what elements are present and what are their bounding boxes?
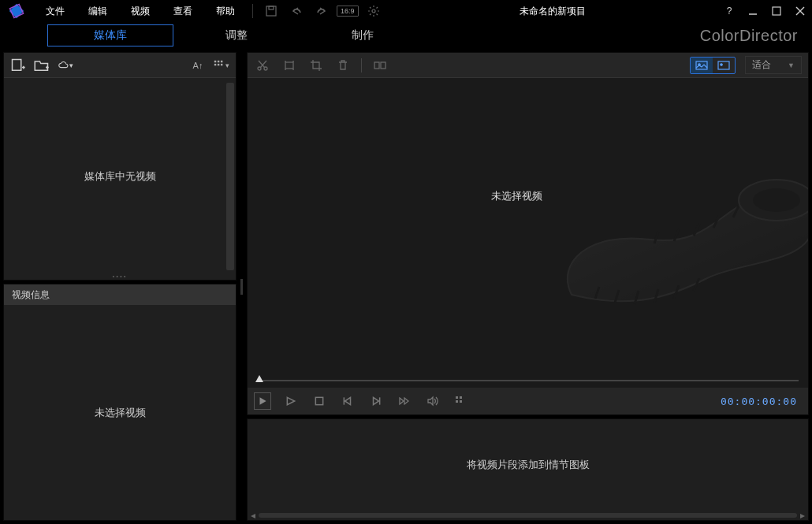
fast-forward-button[interactable] (396, 392, 413, 410)
close-button[interactable] (793, 4, 807, 18)
svg-marker-43 (345, 397, 351, 404)
snapshot-button[interactable] (453, 392, 470, 410)
preview-empty-text: 未选择视频 (491, 189, 542, 203)
panel-resize-handle[interactable]: •••• (4, 275, 236, 280)
preview-panel: 适合 ▼ 未选择视频 (247, 52, 809, 415)
storyboard-panel: 将视频片段添加到情节图板 ◂ ▸ (247, 418, 809, 521)
svg-rect-14 (218, 64, 219, 65)
play-clip-button[interactable] (282, 392, 300, 410)
seek-bar[interactable] (248, 373, 808, 388)
media-toolbar: ▾ A↑ ▾ (4, 53, 236, 78)
seek-track (257, 380, 799, 381)
stop-button[interactable] (311, 392, 328, 410)
video-info-empty-text: 未选择视频 (95, 406, 146, 420)
delete-icon[interactable] (334, 57, 352, 74)
import-cloud-icon[interactable]: ▾ (58, 58, 73, 73)
maximize-button[interactable] (769, 4, 784, 18)
video-info-panel: 视频信息 未选择视频 (3, 284, 237, 521)
scrollbar-vertical[interactable] (226, 83, 234, 270)
filmstrip-graphic-icon (540, 153, 808, 326)
svg-rect-2 (266, 6, 276, 16)
svg-rect-52 (460, 400, 462, 403)
svg-rect-49 (456, 396, 458, 399)
svg-point-24 (721, 63, 722, 65)
preview-viewport: 未选择视频 (248, 78, 808, 373)
svg-marker-45 (374, 397, 379, 404)
app-window: 文件 编辑 视频 查看 帮助 16:9 未命名的新项目 ? 媒体库 调整 制作 … (0, 0, 812, 524)
crop-icon[interactable] (307, 57, 325, 74)
media-library-body: 媒体库中无视频 (4, 78, 236, 275)
menu-file[interactable]: 文件 (36, 2, 74, 20)
video-info-header: 视频信息 (4, 284, 236, 305)
svg-rect-42 (315, 397, 322, 404)
storyboard-scrollbar[interactable]: ◂ ▸ (248, 511, 808, 520)
svg-marker-41 (287, 397, 294, 404)
cut-icon[interactable] (254, 57, 271, 74)
trim-icon[interactable] (281, 57, 298, 74)
svg-point-39 (753, 188, 800, 212)
main-area: ▾ A↑ ▾ 媒体库中无视频 •••• 视频信息 未选择视频 (0, 49, 812, 524)
svg-rect-51 (456, 400, 458, 403)
title-bar: 文件 编辑 视频 查看 帮助 16:9 未命名的新项目 ? (0, 0, 812, 22)
svg-rect-18 (285, 62, 293, 69)
preview-toolbar: 适合 ▼ (248, 53, 808, 78)
play-button[interactable] (254, 392, 271, 410)
scroll-left-icon[interactable]: ◂ (249, 511, 257, 519)
app-logo-icon (8, 2, 25, 20)
help-button[interactable]: ? (722, 4, 736, 18)
splitter-vertical[interactable] (240, 52, 244, 521)
svg-rect-23 (718, 61, 729, 69)
menu-view[interactable]: 查看 (164, 2, 202, 20)
undo-icon[interactable] (286, 3, 307, 19)
save-icon[interactable] (261, 3, 281, 19)
svg-rect-10 (214, 61, 216, 62)
import-file-icon[interactable] (10, 58, 26, 73)
redo-icon[interactable] (311, 3, 332, 19)
svg-rect-9 (13, 59, 21, 70)
media-empty-text: 媒体库中无视频 (84, 169, 156, 184)
svg-marker-40 (260, 397, 266, 404)
separator (252, 4, 253, 18)
svg-rect-3 (269, 6, 274, 9)
svg-rect-20 (381, 62, 386, 69)
svg-rect-50 (460, 396, 462, 399)
aspect-ratio-selector[interactable]: 16:9 (337, 6, 359, 17)
view-mode-button[interactable]: ▾ (214, 58, 229, 73)
chevron-down-icon: ▼ (788, 61, 795, 69)
seek-handle[interactable] (255, 375, 263, 382)
tab-produce[interactable]: 制作 (300, 25, 426, 46)
svg-point-16 (258, 67, 261, 70)
tab-library[interactable]: 媒体库 (47, 24, 173, 46)
svg-rect-15 (221, 64, 222, 65)
next-frame-button[interactable] (367, 392, 385, 410)
sort-button[interactable]: A↑ (190, 58, 206, 73)
menu-video[interactable]: 视频 (121, 2, 159, 20)
brand-label: ColorDirector (700, 27, 798, 45)
svg-marker-48 (404, 398, 408, 404)
compare-icon[interactable] (371, 57, 389, 74)
timecode-display[interactable]: 00:00:00:00 (716, 394, 802, 409)
view-single-icon[interactable] (691, 58, 713, 73)
svg-marker-47 (400, 398, 404, 404)
svg-rect-19 (374, 62, 379, 69)
view-split-icon[interactable] (713, 58, 735, 73)
scroll-track[interactable] (259, 513, 797, 518)
storyboard-body[interactable]: 将视频片段添加到情节图板 (248, 419, 808, 511)
video-info-body: 未选择视频 (4, 305, 236, 520)
view-toggle (690, 57, 736, 74)
menu-help[interactable]: 帮助 (207, 2, 244, 20)
zoom-selector[interactable]: 适合 ▼ (745, 56, 802, 74)
volume-button[interactable] (424, 392, 441, 410)
svg-rect-11 (218, 61, 219, 62)
tab-adjust[interactable]: 调整 (173, 25, 300, 46)
right-column: 适合 ▼ 未选择视频 (247, 52, 809, 521)
prev-frame-button[interactable] (339, 392, 356, 410)
svg-point-4 (372, 9, 375, 13)
window-controls: ? (722, 4, 807, 18)
scroll-right-icon[interactable]: ▸ (799, 511, 806, 519)
import-folder-icon[interactable] (34, 58, 50, 73)
settings-icon[interactable] (363, 3, 384, 19)
minimize-button[interactable] (746, 4, 760, 18)
menu-edit[interactable]: 编辑 (79, 2, 117, 20)
workspace-tabs: 媒体库 调整 制作 ColorDirector (0, 22, 812, 49)
